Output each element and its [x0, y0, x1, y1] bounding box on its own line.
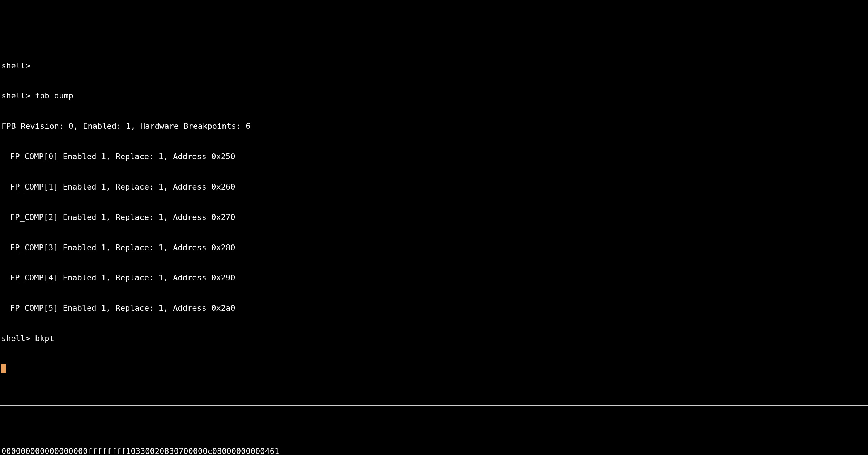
- gdb-terminal-pane[interactable]: 000000000000000000ffffffff10330020830700…: [0, 426, 868, 455]
- block-cursor-icon: [1, 364, 6, 373]
- fp-comp-row: FP_COMP[0] Enabled 1, Replace: 1, Addres…: [0, 152, 868, 162]
- fp-comp-row: FP_COMP[5] Enabled 1, Replace: 1, Addres…: [0, 303, 868, 313]
- shell-command-fpb-dump: shell> fpb_dump: [0, 91, 868, 101]
- shell-prompt-empty: shell>: [0, 61, 868, 71]
- shell-command-bkpt: shell> bkpt: [0, 333, 868, 344]
- fp-comp-row: FP_COMP[3] Enabled 1, Replace: 1, Addres…: [0, 243, 868, 253]
- top-terminal-pane[interactable]: shell> shell> fpb_dump FPB Revision: 0, …: [0, 41, 868, 384]
- pane-divider[interactable]: [0, 405, 868, 406]
- fp-comp-row: FP_COMP[4] Enabled 1, Replace: 1, Addres…: [0, 273, 868, 283]
- top-cursor-line: [0, 364, 868, 374]
- fp-comp-row: FP_COMP[2] Enabled 1, Replace: 1, Addres…: [0, 212, 868, 222]
- hex-dump: 000000000000000000ffffffff10330020830700…: [0, 446, 868, 455]
- fp-comp-row: FP_COMP[1] Enabled 1, Replace: 1, Addres…: [0, 182, 868, 192]
- fpb-header: FPB Revision: 0, Enabled: 1, Hardware Br…: [0, 121, 868, 131]
